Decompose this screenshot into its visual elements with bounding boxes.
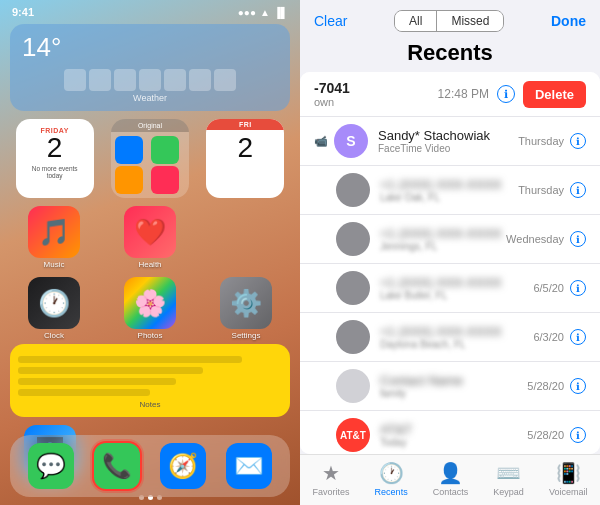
call-time-6: 5/28/20	[527, 429, 564, 441]
call-avatar-3	[336, 271, 370, 305]
signal-icon: ●●●	[238, 7, 256, 18]
nav-favorites[interactable]: ★ Favorites	[313, 461, 350, 497]
weather-day-dot	[139, 69, 161, 91]
sandy-call-type: FaceTime Video	[378, 143, 518, 154]
sandy-info-button[interactable]: ℹ	[570, 133, 586, 149]
call-avatar-6: AT&T	[336, 418, 370, 452]
original-label: Original	[111, 119, 189, 132]
call-sub-1: Lake Oak, FL	[380, 192, 518, 203]
calendar-widget[interactable]: FRIDAY 2 No more events today	[16, 119, 94, 198]
call-sub-3: Lake Butler, FL	[380, 290, 533, 301]
mail-dock-icon[interactable]: ✉️	[226, 443, 272, 489]
music-app-icon[interactable]: 🎵	[28, 206, 80, 258]
weather-widget[interactable]: 14° Weather	[10, 24, 290, 111]
keypad-icon: ⌨️	[496, 461, 521, 485]
tab-all[interactable]: All	[395, 11, 437, 31]
favorites-label: Favorites	[313, 487, 350, 497]
app-health-wrap[interactable]: ❤️ Health	[106, 206, 194, 269]
status-icons: ●●● ▲ ▐▌	[238, 7, 288, 18]
weather-temp: 14°	[22, 32, 61, 63]
photos-app-icon[interactable]: 🌸	[124, 277, 176, 329]
call-item-5[interactable]: Contact Name family 5/28/20 ℹ	[300, 362, 600, 411]
call-name-1: +1 (XXX) XXX-XXXX	[380, 177, 518, 192]
call-main-5: Contact Name family	[380, 373, 527, 399]
cal-date-small: 2	[206, 130, 284, 168]
nav-recents[interactable]: 🕐 Recents	[375, 461, 408, 497]
messages-dock-icon[interactable]: 💬	[28, 443, 74, 489]
phone-dock-icon[interactable]: 📞	[94, 443, 140, 489]
health-app-icon[interactable]: ❤️	[124, 206, 176, 258]
call-info-btn-2[interactable]: ℹ	[570, 231, 586, 247]
calendar-small-widget[interactable]: FRI 2	[206, 119, 284, 198]
call-info-btn-5[interactable]: ℹ	[570, 378, 586, 394]
settings-icon: ⚙️	[230, 288, 262, 319]
delete-number: -7041	[314, 80, 438, 96]
call-time-5: 5/28/20	[527, 380, 564, 392]
safari-dock-icon[interactable]: 🧭	[160, 443, 206, 489]
delete-button[interactable]: Delete	[523, 81, 586, 108]
orig-icon-2	[151, 136, 179, 164]
settings-app-label: Settings	[232, 331, 261, 340]
weather-day-dot	[64, 69, 86, 91]
call-avatar-4	[336, 320, 370, 354]
app-settings-wrap[interactable]: ⚙️ Settings	[202, 277, 290, 340]
call-info-btn-3[interactable]: ℹ	[570, 280, 586, 296]
call-avatar-1	[336, 173, 370, 207]
tab-selector: All Missed	[394, 10, 504, 32]
original-widget[interactable]: Original	[111, 119, 189, 198]
keypad-label: Keypad	[493, 487, 524, 497]
clear-button[interactable]: Clear	[314, 13, 347, 29]
mail-icon: ✉️	[234, 452, 264, 480]
call-name-6: AT&T	[380, 422, 527, 437]
nav-voicemail[interactable]: 📳 Voicemail	[549, 461, 588, 497]
status-time: 9:41	[12, 6, 34, 18]
battery-icon: ▐▌	[274, 7, 288, 18]
call-main-1: +1 (XXX) XXX-XXXX Lake Oak, FL	[380, 177, 518, 203]
wifi-icon: ▲	[260, 7, 270, 18]
health-app-label: Health	[138, 260, 161, 269]
clock-app-label: Clock	[44, 331, 64, 340]
app-grid-row2: 🕐 Clock 🌸 Photos ⚙️ Settings	[0, 273, 300, 344]
call-sub-4: Daytona Beach, FL	[380, 339, 533, 350]
bottom-nav: ★ Favorites 🕐 Recents 👤 Contacts ⌨️ Keyp…	[300, 454, 600, 505]
phone-icon: 📞	[102, 452, 132, 480]
nav-contacts[interactable]: 👤 Contacts	[433, 461, 469, 497]
call-item-4[interactable]: +1 (XXX) XXX-XXXX Daytona Beach, FL 6/3/…	[300, 313, 600, 362]
weather-day-dot	[89, 69, 111, 91]
app-grid-row1: 🎵 Music ❤️ Health	[0, 202, 300, 273]
tab-missed[interactable]: Missed	[437, 11, 503, 31]
notes-widget[interactable]: Notes	[10, 344, 290, 417]
clock-app-icon[interactable]: 🕐	[28, 277, 80, 329]
orig-icon-4	[151, 166, 179, 194]
app-music-wrap[interactable]: 🎵 Music	[10, 206, 98, 269]
done-button[interactable]: Done	[551, 13, 586, 29]
call-item-sandy[interactable]: 📹 S Sandy* Stachowiak FaceTime Video Thu…	[300, 117, 600, 166]
recents-label: Recents	[375, 487, 408, 497]
empty-cell	[202, 206, 290, 269]
favorites-icon: ★	[322, 461, 340, 485]
contacts-label: Contacts	[433, 487, 469, 497]
call-info-btn-6[interactable]: ℹ	[570, 427, 586, 443]
call-item-6[interactable]: AT&T AT&T Today 5/28/20 ℹ	[300, 411, 600, 454]
settings-app-icon[interactable]: ⚙️	[220, 277, 272, 329]
call-item-3[interactable]: +1 (XXX) XXX-XXXX Lake Butler, FL 6/5/20…	[300, 264, 600, 313]
delete-info-button[interactable]: ℹ	[497, 85, 515, 103]
weather-label: Weather	[22, 93, 278, 103]
delete-row[interactable]: -7041 own 12:48 PM ℹ Delete	[300, 72, 600, 117]
call-item-2[interactable]: +1 (XXX) XXX-XXXX Jennings, FL Wednesday…	[300, 215, 600, 264]
weather-day-dot	[189, 69, 211, 91]
app-photos-wrap[interactable]: 🌸 Photos	[106, 277, 194, 340]
delete-sub: own	[314, 96, 438, 108]
call-info-btn-4[interactable]: ℹ	[570, 329, 586, 345]
call-time-2: Wednesday	[506, 233, 564, 245]
weather-day-dot	[164, 69, 186, 91]
call-sub-5: family	[380, 388, 527, 399]
notes-line	[18, 356, 242, 363]
nav-keypad[interactable]: ⌨️ Keypad	[493, 461, 524, 497]
call-time-4: 6/3/20	[533, 331, 564, 343]
app-clock-wrap[interactable]: 🕐 Clock	[10, 277, 98, 340]
call-item-1[interactable]: +1 (XXX) XXX-XXXX Lake Oak, FL Thursday …	[300, 166, 600, 215]
call-sub-2: Jennings, FL	[380, 241, 506, 252]
call-main-4: +1 (XXX) XXX-XXXX Daytona Beach, FL	[380, 324, 533, 350]
call-info-btn-1[interactable]: ℹ	[570, 182, 586, 198]
